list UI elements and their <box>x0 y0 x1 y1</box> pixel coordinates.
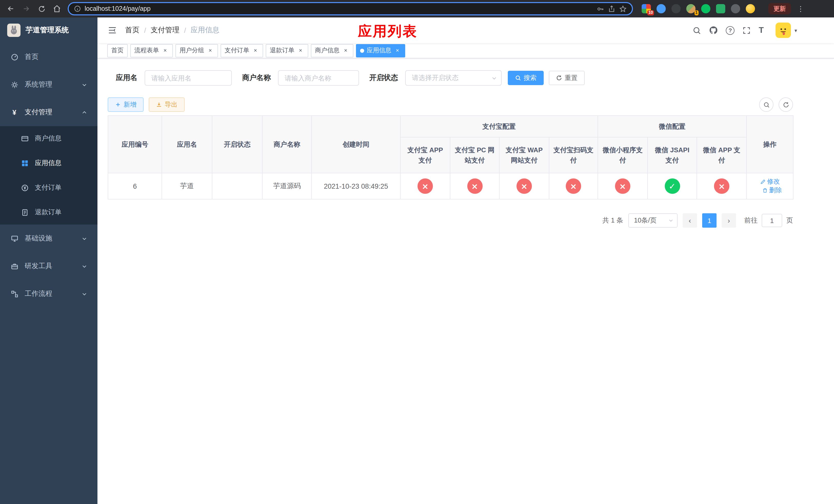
github-icon[interactable] <box>709 26 718 35</box>
column-header-actions: 操作 <box>747 116 793 173</box>
tab-home[interactable]: 首页 <box>107 44 128 57</box>
prev-page-button[interactable] <box>683 213 697 228</box>
goto-label: 前往 <box>744 216 758 225</box>
column-header-status: 开启状态 <box>212 116 262 173</box>
home-icon <box>53 5 61 13</box>
extension-dark-icon[interactable] <box>672 4 681 13</box>
address-bar[interactable]: localhost:1024/pay/app <box>68 2 633 15</box>
sidebar-item-refund-order[interactable]: 退款订单 <box>0 200 97 225</box>
tab-label: 支付订单 <box>225 46 249 55</box>
breadcrumb-home[interactable]: 首页 <box>125 26 139 35</box>
browser-back-button[interactable] <box>4 2 18 15</box>
delete-link[interactable]: 删除 <box>762 186 782 195</box>
breadcrumb-payment[interactable]: 支付管理 <box>151 26 179 35</box>
sidebar-item-payment[interactable]: ¥ 支付管理 <box>0 98 97 126</box>
tab-pay-order[interactable]: 支付订单 <box>221 44 263 57</box>
close-icon[interactable] <box>161 47 169 54</box>
sidebar-item-dev-tools[interactable]: 研发工具 <box>0 252 97 280</box>
chevron-down-icon <box>794 27 797 33</box>
add-button[interactable]: 新增 <box>108 97 144 112</box>
tab-user-group[interactable]: 用户分组 <box>175 44 218 57</box>
search-button[interactable]: 搜索 <box>508 71 544 85</box>
goto-page-input[interactable] <box>762 214 782 227</box>
status-label: 开启状态 <box>369 73 398 83</box>
sidebar-item-home[interactable]: 首页 <box>0 43 97 71</box>
extension-avatar-icon[interactable]: 1 <box>686 4 696 13</box>
active-dot-icon <box>360 48 364 52</box>
help-icon[interactable] <box>726 26 734 35</box>
plus-icon <box>115 101 121 108</box>
pagination: 共 1 条 10条/页 1 前往 页 <box>108 213 793 228</box>
sidebar-item-pay-order[interactable]: 支付订单 <box>0 175 97 200</box>
refresh-icon <box>556 75 562 81</box>
extension-badge: 1 <box>694 10 699 15</box>
tab-refund-order[interactable]: 退款订单 <box>266 44 308 57</box>
sidebar-item-system[interactable]: 系统管理 <box>0 71 97 98</box>
browser-reload-button[interactable] <box>35 2 48 15</box>
close-icon[interactable] <box>252 47 259 54</box>
status-cross-icon: × <box>517 178 532 194</box>
site-info-icon[interactable] <box>74 5 81 12</box>
sidebar-item-label: 工作流程 <box>25 289 52 298</box>
fullscreen-icon[interactable] <box>742 26 751 35</box>
extension-grid-icon[interactable]: 10 <box>642 4 651 13</box>
status-select[interactable]: 请选择开启状态 <box>405 70 502 86</box>
refresh-table-button[interactable] <box>778 97 793 112</box>
tab-app-info[interactable]: 应用信息 <box>356 44 405 57</box>
column-header-alipay-app: 支付宝 APP 支付 <box>400 137 450 173</box>
next-page-button[interactable] <box>722 213 736 228</box>
close-icon[interactable] <box>297 47 304 54</box>
header-search-icon[interactable] <box>693 26 701 35</box>
sidebar-item-workflow[interactable]: 工作流程 <box>0 280 97 307</box>
chevron-down-icon <box>82 291 87 297</box>
extension-chat-icon[interactable] <box>716 4 725 13</box>
page-size-select[interactable]: 10条/页 <box>628 213 678 228</box>
reset-button[interactable]: 重置 <box>549 71 585 85</box>
font-size-icon[interactable] <box>759 26 764 35</box>
update-label: 更新 <box>773 4 786 13</box>
table-row: 6 芋道 芋道源码 2021-10-23 08:49:25 × × × <box>108 173 793 199</box>
cell-wx-app: × <box>697 173 747 199</box>
column-header-alipay-qr: 支付宝扫码支付 <box>549 137 598 173</box>
edit-link[interactable]: 修改 <box>760 177 780 186</box>
tab-merchant-info[interactable]: 商户信息 <box>311 44 353 57</box>
app-logo-row[interactable]: 芋道管理系统 <box>0 18 97 43</box>
close-icon[interactable] <box>342 47 349 54</box>
extension-blue-icon[interactable] <box>657 4 666 13</box>
export-button[interactable]: 导出 <box>149 97 185 112</box>
browser-update-button[interactable]: 更新 <box>768 3 791 14</box>
close-icon[interactable] <box>207 47 214 54</box>
extension-puzzle-icon[interactable] <box>731 4 740 13</box>
user-menu[interactable] <box>775 23 797 38</box>
cell-alipay-pc: × <box>450 173 499 199</box>
search-icon <box>515 75 521 81</box>
browser-menu-button[interactable]: ⋮ <box>797 5 804 13</box>
tab-label: 流程表单 <box>134 46 159 55</box>
bookmark-star-icon[interactable] <box>619 5 627 13</box>
extension-wechat-icon[interactable] <box>701 4 710 13</box>
reload-icon <box>38 5 45 13</box>
column-header-alipay-wap: 支付宝 WAP 网站支付 <box>499 137 549 173</box>
extension-emoji-icon[interactable] <box>746 4 755 13</box>
tab-process-form[interactable]: 流程表单 <box>130 44 173 57</box>
sidebar-collapse-button[interactable] <box>108 26 117 35</box>
close-icon[interactable] <box>394 47 401 54</box>
sidebar-item-merchant-info[interactable]: 商户信息 <box>0 126 97 151</box>
merchant-name-input[interactable] <box>278 70 359 86</box>
browser-home-button[interactable] <box>50 2 64 15</box>
page-size-value: 10条/页 <box>634 216 657 225</box>
app-name-input[interactable] <box>145 70 232 86</box>
cell-merchant: 芋道源码 <box>262 173 312 199</box>
column-group-alipay: 支付宝配置 <box>400 116 598 137</box>
cell-alipay-app: × <box>400 173 450 199</box>
page-number-button[interactable]: 1 <box>702 213 717 228</box>
browser-forward-button <box>20 2 33 15</box>
share-icon[interactable] <box>608 5 615 13</box>
toggle-search-button[interactable] <box>759 97 773 112</box>
cell-alipay-wap: × <box>499 173 549 199</box>
sidebar-item-label: 退款订单 <box>35 208 62 217</box>
column-header-merchant: 商户名称 <box>262 116 312 173</box>
password-key-icon[interactable] <box>596 5 604 13</box>
sidebar-item-app-info[interactable]: 应用信息 <box>0 151 97 175</box>
sidebar-item-infrastructure[interactable]: 基础设施 <box>0 225 97 252</box>
